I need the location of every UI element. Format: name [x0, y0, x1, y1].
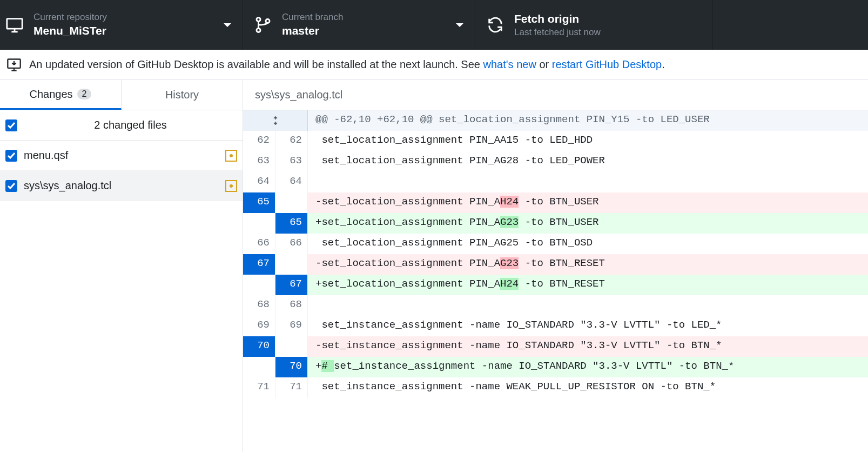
- new-line-number: 63: [275, 151, 308, 172]
- svg-rect-0: [7, 19, 22, 29]
- diff-line[interactable]: 6464: [243, 172, 868, 192]
- branch-icon: [254, 16, 272, 34]
- diff-line[interactable]: 6868: [243, 295, 868, 316]
- diff-line-content: -set_instance_assignment -name IO_STANDA…: [308, 336, 868, 357]
- update-banner: An updated version of GitHub Desktop is …: [0, 50, 868, 80]
- diff-line-content: +# set_instance_assignment -name IO_STAN…: [308, 357, 868, 377]
- app-toolbar: Current repository Menu_MiSTer Current b…: [0, 0, 868, 50]
- diff-line-content: -set_location_assignment PIN_AH24 -to BT…: [308, 192, 868, 213]
- new-line-number: 66: [275, 234, 308, 254]
- diff-line-content: set_location_assignment PIN_AG25 -to BTN…: [308, 234, 868, 254]
- fetch-status: Last fetched just now: [514, 26, 601, 38]
- new-line-number: 70: [275, 357, 308, 377]
- diff-line[interactable]: 7171 set_instance_assignment -name WEAK_…: [243, 377, 868, 398]
- diff-line-content: -set_location_assignment PIN_AG23 -to BT…: [308, 254, 868, 275]
- expand-hunk-button[interactable]: [243, 110, 308, 131]
- diff-line[interactable]: 70+# set_instance_assignment -name IO_ST…: [243, 357, 868, 377]
- fetch-label: Fetch origin: [514, 11, 601, 26]
- old-line-number: [243, 275, 275, 295]
- new-line-number: 71: [275, 377, 308, 398]
- diff-line-content: +set_location_assignment PIN_AH24 -to BT…: [308, 275, 868, 295]
- new-line-number: 67: [275, 275, 308, 295]
- modified-icon: [225, 150, 237, 162]
- diff-line[interactable]: 6262 set_location_assignment PIN_AA15 -t…: [243, 131, 868, 151]
- diff-line-content: set_location_assignment PIN_AA15 -to LED…: [308, 131, 868, 151]
- chevron-down-icon: [207, 19, 232, 31]
- old-line-number: 65: [243, 192, 275, 213]
- new-line-number: [275, 336, 308, 357]
- old-line-number: [243, 213, 275, 234]
- diff-line-content: [308, 295, 868, 316]
- monitor-icon: [5, 16, 24, 34]
- download-update-icon: [6, 57, 22, 72]
- diff-line-content: +set_location_assignment PIN_AG23 -to BT…: [308, 213, 868, 234]
- repo-value: Menu_MiSTer: [33, 23, 107, 38]
- file-checkbox[interactable]: [5, 150, 17, 162]
- diff-line[interactable]: 67-set_location_assignment PIN_AG23 -to …: [243, 254, 868, 275]
- diff-line[interactable]: 6363 set_location_assignment PIN_AG28 -t…: [243, 151, 868, 172]
- diff-body[interactable]: @@ -62,10 +62,10 @@ set_location_assignm…: [243, 110, 868, 452]
- diff-line-content: [308, 172, 868, 192]
- diff-line-content: set_location_assignment PIN_AG28 -to LED…: [308, 151, 868, 172]
- old-line-number: 70: [243, 336, 275, 357]
- banner-text: An updated version of GitHub Desktop is …: [29, 58, 665, 71]
- branch-selector[interactable]: Current branch master: [243, 0, 475, 50]
- diff-hunk-header: @@ -62,10 +62,10 @@ set_location_assignm…: [243, 110, 868, 131]
- diff-line[interactable]: 6969 set_instance_assignment -name IO_ST…: [243, 316, 868, 336]
- old-line-number: 68: [243, 295, 275, 316]
- modified-icon: [225, 180, 237, 192]
- old-line-number: 69: [243, 316, 275, 336]
- branch-value: master: [282, 23, 343, 38]
- tab-history[interactable]: History: [122, 80, 243, 110]
- new-line-number: 69: [275, 316, 308, 336]
- changes-summary: 2 changed files: [0, 110, 243, 141]
- file-checkbox[interactable]: [5, 180, 17, 192]
- new-line-number: 64: [275, 172, 308, 192]
- sidebar-tabs: Changes 2 History: [0, 80, 243, 110]
- branch-label: Current branch: [282, 11, 343, 23]
- old-line-number: 67: [243, 254, 275, 275]
- new-line-number: 65: [275, 213, 308, 234]
- diff-line[interactable]: 6666 set_location_assignment PIN_AG25 -t…: [243, 234, 868, 254]
- diff-line[interactable]: 70-set_instance_assignment -name IO_STAN…: [243, 336, 868, 357]
- diff-line-content: set_instance_assignment -name WEAK_PULL_…: [308, 377, 868, 398]
- chevron-down-icon: [439, 19, 464, 31]
- diff-line-content: set_instance_assignment -name IO_STANDAR…: [308, 316, 868, 336]
- old-line-number: 71: [243, 377, 275, 398]
- new-line-number: [275, 192, 308, 213]
- new-line-number: 62: [275, 131, 308, 151]
- diff-panel: sys\sys_analog.tcl @@ -62,10 +62,10 @@ s…: [243, 80, 868, 452]
- diff-line[interactable]: 67+set_location_assignment PIN_AH24 -to …: [243, 275, 868, 295]
- old-line-number: 62: [243, 131, 275, 151]
- repo-label: Current repository: [33, 11, 107, 23]
- svg-point-1: [257, 18, 260, 22]
- svg-point-2: [257, 28, 260, 32]
- repo-selector[interactable]: Current repository Menu_MiSTer: [0, 0, 243, 50]
- file-row[interactable]: menu.qsf: [0, 141, 243, 171]
- fetch-button[interactable]: Fetch origin Last fetched just now: [475, 0, 713, 50]
- diff-file-path: sys\sys_analog.tcl: [243, 80, 868, 110]
- toolbar-spacer: [713, 0, 868, 50]
- file-name: menu.qsf: [24, 149, 225, 162]
- new-line-number: [275, 254, 308, 275]
- diff-line[interactable]: 65-set_location_assignment PIN_AH24 -to …: [243, 192, 868, 213]
- content-area: Changes 2 History 2 changed files menu.q…: [0, 80, 868, 452]
- new-line-number: 68: [275, 295, 308, 316]
- old-line-number: 66: [243, 234, 275, 254]
- file-name: sys\sys_analog.tcl: [24, 180, 225, 192]
- file-row[interactable]: sys\sys_analog.tcl: [0, 171, 243, 201]
- changes-count-badge: 2: [77, 89, 92, 99]
- diff-line[interactable]: 65+set_location_assignment PIN_AG23 -to …: [243, 213, 868, 234]
- tab-changes[interactable]: Changes 2: [0, 80, 122, 110]
- old-line-number: 63: [243, 151, 275, 172]
- sync-icon: [486, 16, 504, 34]
- old-line-number: 64: [243, 172, 275, 192]
- svg-point-3: [266, 19, 270, 23]
- old-line-number: [243, 357, 275, 377]
- changes-sidebar: Changes 2 History 2 changed files menu.q…: [0, 80, 243, 452]
- whats-new-link[interactable]: what's new: [483, 58, 536, 70]
- select-all-checkbox[interactable]: [5, 119, 17, 131]
- restart-link[interactable]: restart GitHub Desktop: [552, 58, 662, 70]
